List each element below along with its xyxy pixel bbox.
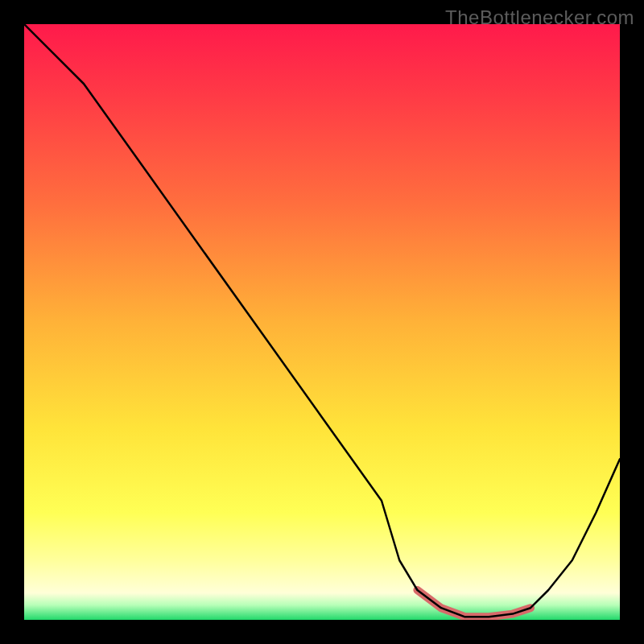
- plot-area: [24, 24, 620, 620]
- chart-container: TheBottlenecker.com: [0, 0, 644, 644]
- watermark-text: TheBottlenecker.com: [445, 6, 634, 29]
- chart-svg: [24, 24, 620, 620]
- gradient-background: [24, 24, 620, 620]
